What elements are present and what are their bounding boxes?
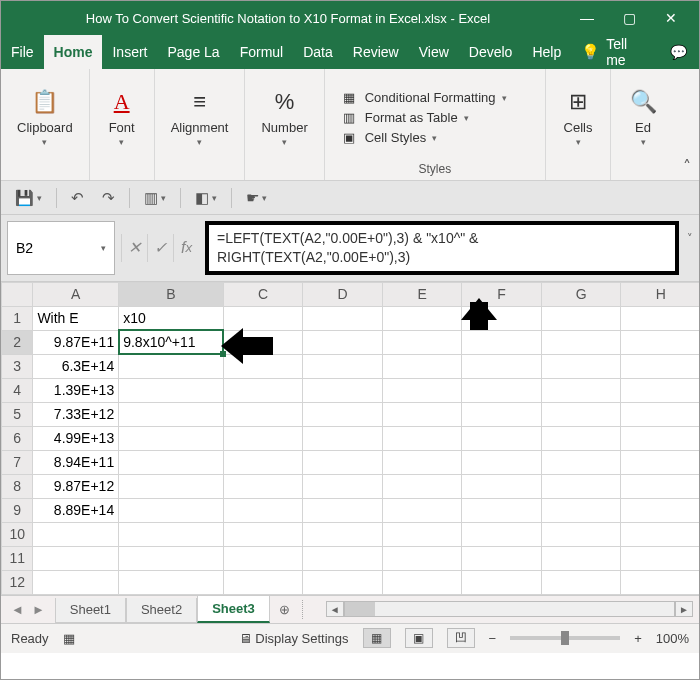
sheet-tab-2[interactable]: Sheet2 bbox=[126, 598, 197, 623]
cell-A6[interactable]: 4.99E+13 bbox=[33, 426, 119, 450]
editing-button[interactable]: 🔍 Ed ▾ bbox=[621, 82, 665, 151]
row-header-1[interactable]: 1 bbox=[2, 306, 33, 330]
conditional-formatting-button[interactable]: ▦ Conditional Formatting ▾ bbox=[335, 89, 511, 107]
cell-C11[interactable] bbox=[223, 546, 303, 570]
cell-F5[interactable] bbox=[462, 402, 542, 426]
tab-page-layout[interactable]: Page La bbox=[157, 35, 229, 69]
cell-B1[interactable]: x10 bbox=[119, 306, 224, 330]
cell-D9[interactable] bbox=[303, 498, 383, 522]
cell-D2[interactable] bbox=[303, 330, 383, 354]
close-button[interactable]: ✕ bbox=[651, 4, 691, 32]
select-all-corner[interactable] bbox=[2, 282, 33, 306]
cell-D5[interactable] bbox=[303, 402, 383, 426]
cell-E9[interactable] bbox=[382, 498, 462, 522]
display-settings-button[interactable]: 🖥 Display Settings bbox=[239, 631, 349, 646]
cell-B5[interactable] bbox=[119, 402, 224, 426]
view-normal-button[interactable]: ▦ bbox=[363, 628, 391, 648]
alignment-button[interactable]: ≡ Alignment ▾ bbox=[165, 82, 235, 151]
zoom-slider[interactable] bbox=[510, 636, 620, 640]
cell-A12[interactable] bbox=[33, 570, 119, 594]
zoom-in-button[interactable]: + bbox=[634, 631, 642, 646]
spreadsheet-grid[interactable]: ABCDEFGH 1With Ex1029.87E+119.8x10^+1136… bbox=[1, 282, 699, 595]
zoom-out-button[interactable]: − bbox=[489, 631, 497, 646]
paste-button[interactable]: 📋 Clipboard ▾ bbox=[11, 82, 79, 151]
tab-help[interactable]: Help bbox=[522, 35, 571, 69]
cell-B8[interactable] bbox=[119, 474, 224, 498]
column-header-D[interactable]: D bbox=[303, 282, 383, 306]
row-header-11[interactable]: 11 bbox=[2, 546, 33, 570]
row-header-12[interactable]: 12 bbox=[2, 570, 33, 594]
maximize-button[interactable]: ▢ bbox=[609, 4, 649, 32]
cell-E12[interactable] bbox=[382, 570, 462, 594]
cell-G9[interactable] bbox=[541, 498, 621, 522]
cell-B12[interactable] bbox=[119, 570, 224, 594]
tab-developer[interactable]: Develo bbox=[459, 35, 523, 69]
cell-B11[interactable] bbox=[119, 546, 224, 570]
accept-formula-button[interactable]: ✓ bbox=[147, 234, 173, 262]
cell-F9[interactable] bbox=[462, 498, 542, 522]
cell-C1[interactable] bbox=[223, 306, 303, 330]
collapse-ribbon-button[interactable]: ˄ bbox=[675, 69, 699, 180]
cell-C10[interactable] bbox=[223, 522, 303, 546]
cell-D7[interactable] bbox=[303, 450, 383, 474]
cell-B7[interactable] bbox=[119, 450, 224, 474]
sheet-nav[interactable]: ◄ ► bbox=[1, 596, 55, 623]
cell-H4[interactable] bbox=[621, 378, 700, 402]
cell-F4[interactable] bbox=[462, 378, 542, 402]
scroll-left-button[interactable]: ◄ bbox=[326, 601, 344, 617]
row-header-6[interactable]: 6 bbox=[2, 426, 33, 450]
cell-A2[interactable]: 9.87E+11 bbox=[33, 330, 119, 354]
cell-H5[interactable] bbox=[621, 402, 700, 426]
row-header-7[interactable]: 7 bbox=[2, 450, 33, 474]
cell-B2[interactable]: 9.8x10^+11 bbox=[119, 330, 224, 354]
cell-G3[interactable] bbox=[541, 354, 621, 378]
cell-H12[interactable] bbox=[621, 570, 700, 594]
cell-C6[interactable] bbox=[223, 426, 303, 450]
qat-item-3[interactable]: ☛▾ bbox=[242, 186, 271, 210]
cell-D1[interactable] bbox=[303, 306, 383, 330]
column-header-A[interactable]: A bbox=[33, 282, 119, 306]
cell-D4[interactable] bbox=[303, 378, 383, 402]
row-header-5[interactable]: 5 bbox=[2, 402, 33, 426]
cell-G4[interactable] bbox=[541, 378, 621, 402]
row-header-2[interactable]: 2 bbox=[2, 330, 33, 354]
cell-A3[interactable]: 6.3E+14 bbox=[33, 354, 119, 378]
scroll-right-button[interactable]: ► bbox=[675, 601, 693, 617]
zoom-level[interactable]: 100% bbox=[656, 631, 689, 646]
column-header-B[interactable]: B bbox=[119, 282, 224, 306]
cancel-formula-button[interactable]: ✕ bbox=[121, 234, 147, 262]
cell-E5[interactable] bbox=[382, 402, 462, 426]
cell-A9[interactable]: 8.89E+14 bbox=[33, 498, 119, 522]
cell-D6[interactable] bbox=[303, 426, 383, 450]
cell-G5[interactable] bbox=[541, 402, 621, 426]
cell-G6[interactable] bbox=[541, 426, 621, 450]
scroll-thumb[interactable] bbox=[345, 602, 375, 616]
cell-A7[interactable]: 8.94E+11 bbox=[33, 450, 119, 474]
cell-G7[interactable] bbox=[541, 450, 621, 474]
cell-B4[interactable] bbox=[119, 378, 224, 402]
row-header-9[interactable]: 9 bbox=[2, 498, 33, 522]
tab-review[interactable]: Review bbox=[343, 35, 409, 69]
fx-button[interactable]: fx bbox=[173, 234, 199, 262]
cell-E8[interactable] bbox=[382, 474, 462, 498]
sheet-tab-3[interactable]: Sheet3 bbox=[197, 596, 270, 623]
cell-F11[interactable] bbox=[462, 546, 542, 570]
column-header-H[interactable]: H bbox=[621, 282, 700, 306]
minimize-button[interactable]: — bbox=[567, 4, 607, 32]
horizontal-scrollbar[interactable]: ◄ ► bbox=[310, 596, 699, 623]
cell-H1[interactable] bbox=[621, 306, 700, 330]
qat-item-2[interactable]: ◧▾ bbox=[191, 186, 221, 210]
cell-H8[interactable] bbox=[621, 474, 700, 498]
cell-A10[interactable] bbox=[33, 522, 119, 546]
cell-F8[interactable] bbox=[462, 474, 542, 498]
row-header-4[interactable]: 4 bbox=[2, 378, 33, 402]
cell-C8[interactable] bbox=[223, 474, 303, 498]
cell-G1[interactable] bbox=[541, 306, 621, 330]
tab-view[interactable]: View bbox=[409, 35, 459, 69]
cell-H10[interactable] bbox=[621, 522, 700, 546]
cell-B10[interactable] bbox=[119, 522, 224, 546]
formula-bar[interactable]: =LEFT(TEXT(A2,"0.00E+0"),3) & "x10^" & R… bbox=[205, 221, 679, 275]
cell-H3[interactable] bbox=[621, 354, 700, 378]
cell-G12[interactable] bbox=[541, 570, 621, 594]
column-header-E[interactable]: E bbox=[382, 282, 462, 306]
